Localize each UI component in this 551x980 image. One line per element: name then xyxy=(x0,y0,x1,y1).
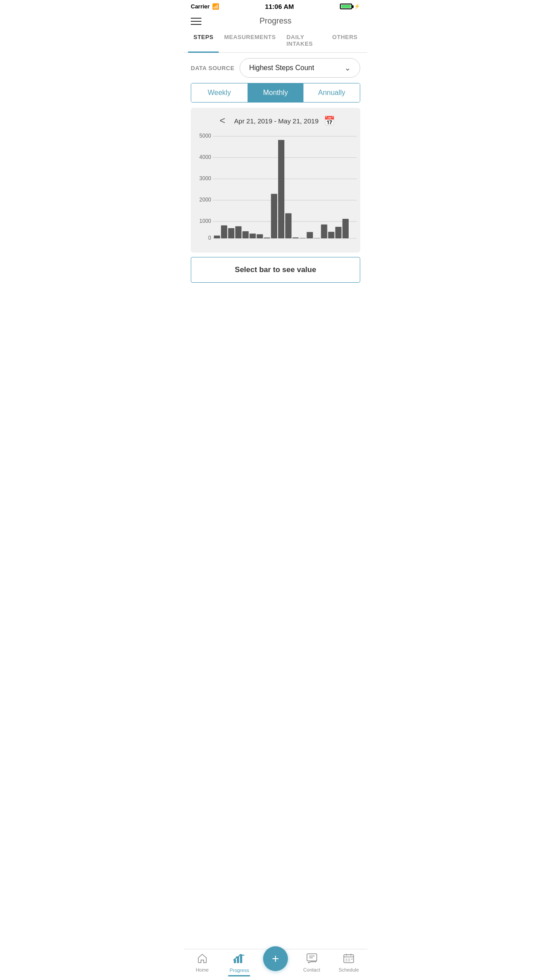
bar-chart-svg: 5000 4000 3000 2000 1000 0 xyxy=(194,132,357,247)
bar[interactable] xyxy=(221,225,227,238)
calendar-icon[interactable]: 📅 xyxy=(324,115,335,126)
chart-prev-button[interactable]: < xyxy=(216,115,229,126)
bar[interactable] xyxy=(271,194,277,238)
period-toggle: Weekly Monthly Annually xyxy=(191,83,360,103)
bolt-icon: ⚡ xyxy=(354,4,360,9)
svg-text:2000: 2000 xyxy=(199,197,211,203)
bars-group[interactable] xyxy=(214,140,349,238)
bar[interactable] xyxy=(321,225,327,238)
bar[interactable] xyxy=(342,219,349,238)
chevron-down-icon: ⌄ xyxy=(344,63,351,73)
select-bar-box[interactable]: Select bar to see value xyxy=(191,257,360,283)
data-source-value: Highest Steps Count xyxy=(249,64,314,72)
bar[interactable] xyxy=(264,237,270,238)
select-bar-text: Select bar to see value xyxy=(235,265,316,274)
status-right: ⚡ xyxy=(340,4,360,9)
hamburger-line-3 xyxy=(191,24,201,25)
data-source-dropdown[interactable]: Highest Steps Count ⌄ xyxy=(240,58,360,78)
bar[interactable] xyxy=(228,228,234,238)
svg-text:5000: 5000 xyxy=(199,133,211,139)
tab-steps[interactable]: STEPS xyxy=(188,29,219,52)
chart-date-range: Apr 21, 2019 - May 21, 2019 xyxy=(234,117,319,125)
bar[interactable] xyxy=(250,233,256,238)
hamburger-menu[interactable] xyxy=(191,18,201,25)
period-weekly[interactable]: Weekly xyxy=(191,83,248,102)
status-bar: Carrier 📶 11:06 AM ⚡ xyxy=(184,0,367,12)
carrier-label: Carrier xyxy=(191,3,210,10)
bar[interactable] xyxy=(328,232,335,238)
bar[interactable] xyxy=(299,238,306,238)
status-time: 11:06 AM xyxy=(265,3,294,10)
header: Progress xyxy=(184,12,367,29)
battery-icon xyxy=(340,4,352,9)
tab-daily-intakes[interactable]: DAILY INTAKES xyxy=(281,29,327,52)
svg-text:4000: 4000 xyxy=(199,154,211,160)
bar[interactable] xyxy=(257,234,263,238)
bar[interactable] xyxy=(307,232,313,238)
period-annually[interactable]: Annually xyxy=(303,83,360,102)
bar[interactable] xyxy=(214,236,220,238)
chart-header: < Apr 21, 2019 - May 21, 2019 📅 xyxy=(194,115,357,132)
svg-text:1000: 1000 xyxy=(199,218,211,224)
svg-text:0: 0 xyxy=(208,235,211,241)
tabs-row: STEPS MEASUREMENTS DAILY INTAKES OTHERS xyxy=(184,29,367,53)
data-source-row: DATA SOURCE Highest Steps Count ⌄ xyxy=(184,53,367,83)
bar[interactable] xyxy=(335,227,342,238)
bar[interactable] xyxy=(242,231,248,238)
bar[interactable] xyxy=(278,140,284,238)
header-title: Progress xyxy=(260,16,291,26)
status-left: Carrier 📶 xyxy=(191,3,219,10)
data-source-label: DATA SOURCE xyxy=(191,65,234,71)
period-monthly[interactable]: Monthly xyxy=(248,83,304,102)
bar[interactable] xyxy=(292,237,299,238)
tab-others[interactable]: OTHERS xyxy=(327,29,363,52)
chart-svg-area: 5000 4000 3000 2000 1000 0 xyxy=(194,132,357,247)
hamburger-line-2 xyxy=(191,21,201,22)
bar[interactable] xyxy=(285,213,291,238)
wifi-icon: 📶 xyxy=(212,3,219,10)
battery-fill xyxy=(341,5,351,8)
bar[interactable] xyxy=(235,226,241,238)
svg-text:3000: 3000 xyxy=(199,175,211,182)
chart-container: < Apr 21, 2019 - May 21, 2019 📅 5000 400… xyxy=(191,108,360,253)
hamburger-line-1 xyxy=(191,18,201,19)
tab-measurements[interactable]: MEASUREMENTS xyxy=(219,29,281,52)
